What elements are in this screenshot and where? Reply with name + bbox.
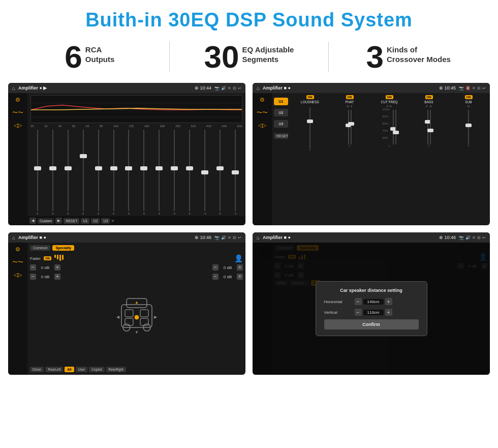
dialog-vertical-minus[interactable]: −: [355, 309, 362, 316]
eq-u2-btn[interactable]: U2: [91, 218, 100, 224]
db-value-3: 0 dB: [221, 265, 235, 270]
eq-slider-1[interactable]: 0: [46, 130, 60, 215]
topbar-icons-eq: 📷🔊✕⊟↩: [214, 86, 241, 91]
eq-reset-btn[interactable]: RESET: [64, 218, 79, 224]
amp-reset-btn[interactable]: RESET: [274, 133, 288, 139]
dialog-horizontal-value: 140cm: [363, 299, 384, 305]
dialog-horizontal-minus[interactable]: −: [355, 298, 362, 305]
db-value-4: 0 dB: [221, 275, 235, 279]
tab-specialty[interactable]: Specialty: [52, 245, 74, 251]
stat-label-crossover: Kinds ofCrossover Modes: [387, 41, 451, 65]
db-value-1: 0 dB: [38, 265, 52, 270]
eq-slider-7[interactable]: 0: [137, 130, 151, 215]
dialog-horizontal-label: Horizontal: [324, 300, 352, 304]
db-plus-1[interactable]: +: [54, 264, 60, 271]
svg-text:▲: ▲: [135, 300, 139, 305]
eq-slider-13[interactable]: -1: [228, 130, 242, 215]
stat-number-3: 3: [366, 41, 384, 73]
dialog-horizontal-plus[interactable]: +: [385, 298, 392, 305]
phat-on[interactable]: ON: [346, 95, 354, 99]
eq-sliders-row: 0 0 0 5 0 0 0 0 0 0 0 -1 0 -1: [30, 130, 242, 215]
fader-on-badge[interactable]: ON: [44, 256, 51, 260]
eq-slider-10[interactable]: 0: [182, 130, 197, 215]
loudness-on[interactable]: ON: [306, 95, 314, 99]
amp-u3-btn[interactable]: U3: [274, 120, 288, 128]
eq-preset-label: Custom: [38, 218, 54, 224]
svg-text:▶: ▶: [154, 315, 158, 319]
topbar-fader: ⌂ Amplifier ■ ● ⊕ 10:46 📷🔊✕⊟↩: [8, 232, 245, 243]
screen-fader: ⌂ Amplifier ■ ● ⊕ 10:46 📷🔊✕⊟↩ ⚙ 〜〜 ◁▷ Co…: [8, 232, 245, 375]
amp-u1-btn[interactable]: U1: [274, 98, 288, 105]
eq-slider-3[interactable]: 5: [76, 130, 90, 215]
eq-play-btn[interactable]: ▶: [55, 218, 62, 224]
screens-grid: ⌂ Amplifier ● ▶ ⊕ 10:44 📷🔊✕⊟↩ ⚙ 〜〜 ◁▷: [0, 80, 498, 380]
eq-prev-btn[interactable]: ◀: [29, 218, 36, 224]
bass-on[interactable]: ON: [425, 95, 433, 99]
stat-rca: 6 RCAOutputs: [20, 41, 159, 73]
dialog-vertical-stepper: − 110cm +: [355, 309, 392, 316]
screen-eq: ⌂ Amplifier ● ▶ ⊕ 10:44 📷🔊✕⊟↩ ⚙ 〜〜 ◁▷: [8, 83, 245, 225]
svg-rect-8: [125, 310, 133, 317]
eq-freqs: 253240506380100125160200250320400500630: [30, 125, 242, 128]
dialog-vertical-row: Vertical − 110cm +: [324, 309, 419, 316]
db-plus-3[interactable]: +: [237, 264, 243, 271]
eq-slider-6[interactable]: 0: [122, 130, 136, 215]
eq-slider-11[interactable]: -1: [198, 130, 212, 215]
amp-preset-col: U1 U2 U3 RESET: [274, 95, 288, 223]
eq-slider-9[interactable]: 0: [167, 130, 181, 215]
db-minus-2[interactable]: −: [30, 274, 36, 280]
fader-btn-copilot[interactable]: Copilot: [89, 367, 104, 372]
cutfreq-on[interactable]: ON: [386, 95, 393, 99]
amp-icon-2[interactable]: 〜〜: [257, 110, 268, 115]
dialog-vertical-plus[interactable]: +: [385, 309, 392, 316]
amp-icon-1[interactable]: ⚙: [260, 97, 265, 103]
db-minus-3[interactable]: −: [212, 264, 219, 271]
fader-btn-rearright[interactable]: RearRight: [106, 367, 126, 372]
db-minus-4[interactable]: −: [212, 274, 219, 280]
eq-icon-2[interactable]: 〜〜: [12, 110, 23, 115]
stat-eq: 30 EQ AdjustableSegments: [180, 41, 319, 73]
db-plus-2[interactable]: +: [54, 274, 60, 280]
stat-label-eq: EQ AdjustableSegments: [242, 41, 294, 65]
fader-btn-all[interactable]: All: [65, 367, 74, 372]
dialog-box: Car speaker distance setting Horizontal …: [316, 281, 427, 336]
eq-expand-btn[interactable]: »: [111, 218, 114, 223]
amp-section-loudness: ON LOUDNESS 0: [291, 95, 329, 223]
eq-u1-btn[interactable]: U1: [81, 218, 89, 224]
confirm-button[interactable]: Confirm: [324, 319, 419, 330]
sub-on[interactable]: ON: [465, 95, 473, 99]
fader-btn-user[interactable]: User: [76, 367, 88, 372]
main-title: Buith-in 30EQ DSP Sound System: [0, 0, 498, 36]
eq-slider-8[interactable]: 0: [152, 130, 166, 215]
topbar-icons-dialog: 📷🔊✕⊟↩: [459, 235, 486, 240]
eq-slider-0[interactable]: 0: [30, 130, 45, 215]
home-icon-3[interactable]: ⌂: [12, 235, 15, 241]
tab-common[interactable]: Common: [30, 245, 50, 251]
title-fader: Amplifier ■ ●: [18, 235, 192, 240]
topbar-dialog: ⌂ Amplifier ■ ● ⊕ 10:46 📷🔊✕⊟↩: [253, 232, 490, 243]
db-minus-1[interactable]: −: [30, 264, 36, 271]
time-dialog: ⊕ 10:46: [439, 235, 456, 240]
title-dialog: Amplifier ■ ●: [263, 235, 436, 240]
home-icon-2[interactable]: ⌂: [257, 85, 260, 91]
phat-title: PHAT: [346, 100, 354, 104]
dialog-vertical-label: Vertical: [324, 310, 352, 315]
db-row-4: − 0 dB +: [212, 274, 243, 280]
eq-slider-12[interactable]: 0: [213, 130, 227, 215]
fader-btn-rearleft[interactable]: RearLeft: [45, 367, 63, 372]
fader-icon-3[interactable]: ◁▷: [14, 272, 22, 278]
db-plus-4[interactable]: +: [237, 274, 243, 280]
amp-u2-btn[interactable]: U2: [274, 109, 288, 116]
fader-icon-1[interactable]: ⚙: [15, 247, 20, 252]
eq-u3-btn[interactable]: U3: [101, 218, 110, 224]
fader-icon-2[interactable]: 〜〜: [12, 259, 23, 265]
eq-slider-5[interactable]: 0: [107, 130, 121, 215]
eq-slider-2[interactable]: 0: [61, 130, 75, 215]
fader-btn-driver[interactable]: Driver: [30, 367, 44, 372]
eq-icon-3[interactable]: ◁▷: [14, 123, 22, 128]
eq-slider-4[interactable]: 0: [91, 130, 106, 215]
amp-icon-3[interactable]: ◁▷: [258, 123, 266, 128]
home-icon-4[interactable]: ⌂: [257, 235, 260, 241]
eq-icon-1[interactable]: ⚙: [15, 97, 20, 103]
home-icon-1[interactable]: ⌂: [12, 85, 15, 91]
